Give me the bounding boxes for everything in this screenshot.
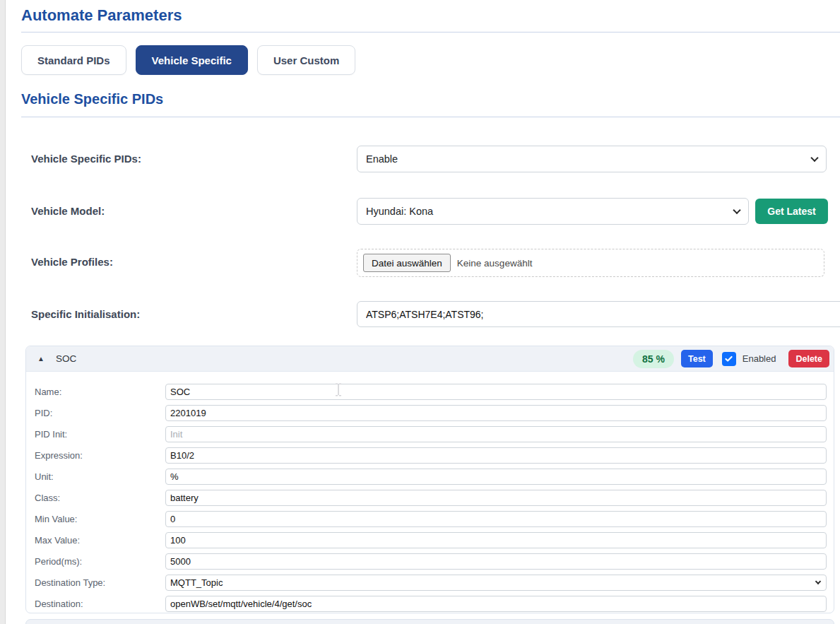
specific-initialisation-label: Specific Initialisation: [31,301,140,328]
vehicle-specific-pids-select-control[interactable]: Enable [357,146,827,172]
soc-field-label-max-value: Max Value: [35,535,165,546]
soc-field-row: Expression: [35,445,827,466]
soc-field-label-class: Class: [35,493,165,503]
vehicle-profiles-file-input[interactable]: Datei auswählen Keine ausgewählt [357,249,824,277]
soc-input-destination[interactable] [165,596,827,612]
soc-select-control-destination-type[interactable]: MQTT_Topic [165,575,827,591]
soc-field-label-min-value: Min Value: [35,514,165,524]
tab-vehicle-specific[interactable]: Vehicle Specific [136,45,248,75]
tabs: Standard PIDsVehicle SpecificUser Custom [21,45,355,75]
soc-panel-header-actions: 85 % Test Enabled Delete [633,350,829,368]
soc-field-label-name: Name: [35,387,165,397]
specific-initialisation-input[interactable] [357,301,840,327]
soc-field-row: Period(ms): [35,551,827,572]
soc-input-class[interactable] [165,490,827,506]
file-status-text: Keine ausgewählt [457,258,533,269]
soc-field-row: Name: [35,381,827,402]
title-divider [21,32,840,33]
soc-panel-title: SOC [56,353,76,364]
soc-field-row: Max Value: [35,529,827,551]
soc-input-period-ms[interactable] [165,553,827,570]
soc-field-label-pid: PID: [35,408,165,418]
soc-field-label-destination-type: Destination Type: [35,577,165,588]
enabled-label: Enabled [743,353,776,364]
soc-field-label-unit: Unit: [35,471,165,482]
soc-field-row: Destination Type:MQTT_Topic [35,572,827,593]
soc-field-row: Min Value: [35,508,827,529]
next-panel-collapsed-header[interactable] [25,619,834,624]
soc-input-max-value[interactable] [165,532,827,548]
soc-input-min-value[interactable] [165,511,827,527]
soc-field-row: Destination: [35,593,827,614]
page-title: Automate Parameters [21,5,182,26]
vehicle-model-select-control[interactable]: Hyundai: Kona [357,198,749,225]
soc-input-expression[interactable] [165,447,827,464]
soc-input-pid[interactable] [165,405,827,421]
soc-field-row: Unit: [35,466,827,487]
tab-user-custom[interactable]: User Custom [257,45,355,75]
soc-input-unit[interactable] [165,469,827,485]
vehicle-specific-pids-label: Vehicle Specific PIDs: [31,146,141,172]
soc-value-badge: 85 % [633,350,674,368]
section-title: Vehicle Specific PIDs [21,88,163,110]
vehicle-specific-pids-select[interactable]: Enable [357,146,827,172]
soc-input-name[interactable] [165,384,827,400]
get-latest-button[interactable]: Get Latest [755,199,828,224]
vehicle-model-select[interactable]: Hyundai: Kona [357,198,749,225]
vehicle-profiles-label: Vehicle Profiles: [31,249,113,276]
section-divider [21,117,840,117]
soc-input-pid-init[interactable] [165,426,827,442]
soc-field-label-period-ms: Period(ms): [35,556,165,567]
vehicle-model-label: Vehicle Model: [31,198,105,225]
checkmark-icon [724,354,733,363]
soc-field-label-pid-init: PID Init: [35,429,165,440]
enabled-checkbox[interactable] [722,352,736,366]
soc-field-row: Class: [35,487,827,508]
test-button[interactable]: Test [681,350,713,367]
choose-file-button[interactable]: Datei auswählen [363,254,451,272]
collapse-triangle-icon[interactable]: ▲ [33,355,49,363]
soc-field-row: PID: [35,402,827,423]
soc-panel-header[interactable]: ▲ SOC 85 % Test Enabled Delete [26,346,834,372]
soc-fields: Name:PID:PID Init:Expression:Unit:Class:… [26,372,834,614]
tab-standard-pids[interactable]: Standard PIDs [21,45,126,75]
soc-field-label-expression: Expression: [35,450,165,461]
delete-button[interactable]: Delete [788,350,829,367]
soc-field-label-destination: Destination: [35,599,165,609]
soc-panel: ▲ SOC 85 % Test Enabled Delete Name:PID:… [25,346,834,613]
soc-field-row: PID Init: [35,423,827,445]
window-edge-strip [0,0,6,624]
soc-select-destination-type[interactable]: MQTT_Topic [165,575,827,591]
